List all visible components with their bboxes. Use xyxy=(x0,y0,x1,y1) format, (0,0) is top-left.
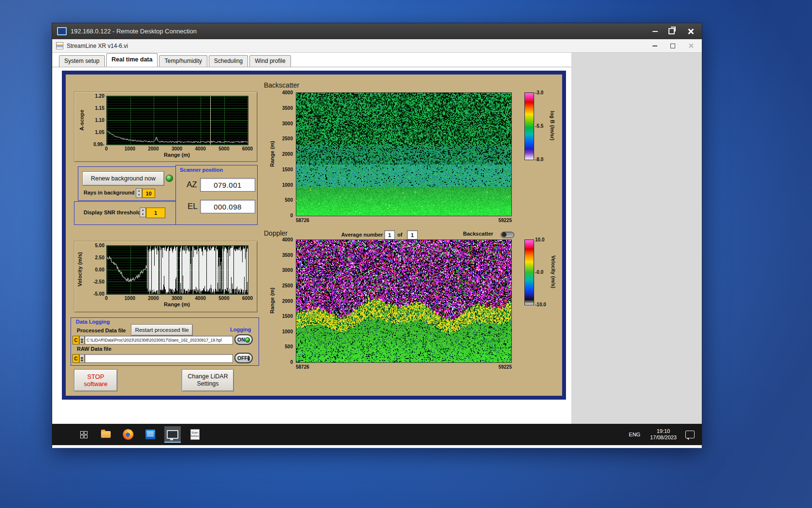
rdp-window-title: 192.168.0.122 - Remote Desktop Connectio… xyxy=(71,28,643,35)
of-label: of xyxy=(397,232,402,238)
tab-real-time-data[interactable]: Real time data xyxy=(106,53,158,67)
backscatter-colorbar xyxy=(524,92,534,160)
restart-processed-file-button[interactable]: Restart processed file xyxy=(131,324,193,336)
restore-icon xyxy=(668,28,675,34)
ascope-x-ticks: 0100020003000400050006000 xyxy=(106,146,247,152)
az-label: AZ xyxy=(187,180,197,190)
el-label: EL xyxy=(188,202,198,211)
rdp-horizontal-scrollbar[interactable] xyxy=(52,445,702,448)
firefox-icon xyxy=(123,429,133,440)
backscatter-colorbar-label: log B (/m/sr) xyxy=(549,92,556,159)
snr-value-field[interactable]: 1 xyxy=(146,208,165,218)
scan-shortcut-button[interactable]: Scan Sches xyxy=(187,426,203,443)
velocity-y-axis-label: Velocity (m/s) xyxy=(76,245,83,294)
notification-icon xyxy=(685,431,695,438)
doppler-colorbar-ticks: 10.0-0.0-10.0 xyxy=(535,239,551,304)
minimize-icon xyxy=(652,31,658,32)
active-app-button[interactable] xyxy=(164,426,181,443)
scan-shortcut-icon: Scan Sches xyxy=(190,429,200,440)
logging-label: Logging xyxy=(230,327,251,332)
doppler-y-axis-label: Range (m) xyxy=(269,239,276,362)
tab-system-setup[interactable]: System setup xyxy=(59,55,105,67)
ascope-y-ticks: 1.201.151.101.050.99- xyxy=(88,96,104,144)
velocity-y-ticks: 5.002.500.00-2.50-5.00 xyxy=(87,245,104,294)
doppler-colorbar-label: Velocity (m/s) xyxy=(550,239,557,304)
doppler-title: Doppler xyxy=(264,229,288,237)
minimize-icon xyxy=(652,45,657,46)
clock[interactable]: 19:10 17/08/2023 xyxy=(650,428,677,441)
restore-icon xyxy=(670,44,675,48)
raw-drive-selector[interactable]: C xyxy=(72,354,79,363)
az-value-display: 079.001 xyxy=(200,178,255,192)
tab-strip: System setup Real time data Temp/humidit… xyxy=(59,54,292,67)
raw-logging-off-button[interactable]: OFF xyxy=(234,353,253,363)
doppler-heatmap xyxy=(296,239,512,363)
background-controls-box: Renew background now Rays in background … xyxy=(78,166,176,201)
app-titlebar[interactable]: StreamLine XR v14-6.vi xyxy=(52,39,702,53)
ascope-group: A-scope 1.201.151.101.050.99- 0100020003… xyxy=(74,91,258,162)
processed-drive-selector[interactable]: C xyxy=(72,336,79,344)
snr-spinner[interactable]: ▲▼ xyxy=(140,208,146,217)
data-logging-title: Data Logging xyxy=(76,319,110,325)
backscatter-colorbar-ticks: -3.0-5.5-8.0 xyxy=(535,92,550,159)
firefox-button[interactable] xyxy=(120,426,136,443)
backscatter-y-axis-label: Range (m) xyxy=(269,92,276,215)
blue-app-button[interactable] xyxy=(142,426,159,443)
action-center-button[interactable] xyxy=(683,426,696,443)
stop-software-button[interactable]: STOP software xyxy=(74,369,117,391)
file-explorer-button[interactable] xyxy=(98,426,114,443)
taskbar: Scan Sches ENG 19:10 17/08/2023 xyxy=(52,424,702,445)
average-total-field[interactable]: 1 xyxy=(407,230,418,239)
ascope-plot xyxy=(106,96,248,145)
processed-browse-icon[interactable] xyxy=(79,336,85,344)
ascope-x-axis-label: Range (m) xyxy=(106,152,247,158)
rdp-titlebar[interactable]: 192.168.0.122 - Remote Desktop Connectio… xyxy=(52,23,702,39)
snr-threshold-label: Display SNR threshold xyxy=(84,209,141,215)
tab-wind-profile[interactable]: Wind profile xyxy=(249,55,290,67)
desktop-background: 192.168.0.122 - Remote Desktop Connectio… xyxy=(0,0,812,508)
tab-control-border xyxy=(52,67,571,67)
monitor-icon xyxy=(167,430,178,439)
velocity-x-axis-label: Range (m) xyxy=(106,301,247,307)
doppler-colorbar xyxy=(524,239,534,305)
change-lidar-settings-button[interactable]: Change LiDAR Settings xyxy=(182,369,234,391)
scanner-position-title: Scanner position xyxy=(180,167,223,173)
rdp-close-button[interactable] xyxy=(682,25,699,38)
rdp-minimize-button[interactable] xyxy=(647,25,663,38)
start-button[interactable] xyxy=(75,426,92,443)
raw-browse-icon[interactable] xyxy=(79,354,85,363)
rays-spinner[interactable]: ▲▼ xyxy=(136,188,142,198)
rdp-app-icon xyxy=(57,27,67,35)
close-icon xyxy=(687,28,694,35)
processed-logging-on-button[interactable]: ON xyxy=(234,334,253,345)
app-close-button[interactable] xyxy=(683,41,698,51)
off-led xyxy=(247,356,250,361)
blue-document-icon xyxy=(145,430,155,439)
start-icon xyxy=(80,431,87,438)
velocity-plot xyxy=(106,245,248,295)
app-minimize-button[interactable] xyxy=(648,41,662,51)
tab-scheduling[interactable]: Scheduling xyxy=(209,55,248,67)
vi-icon xyxy=(56,42,63,49)
el-value-display: 000.098 xyxy=(200,200,255,213)
velocity-x-ticks: 0100020003000400050006000 xyxy=(106,296,247,301)
backscatter-doppler-toggle[interactable] xyxy=(501,232,514,238)
backscatter-x-ticks: 58726 59225 xyxy=(296,218,512,223)
rays-value-field[interactable]: 10 xyxy=(142,189,155,198)
on-led xyxy=(245,337,250,343)
average-number-field[interactable]: 1 xyxy=(384,230,395,239)
processed-path-field[interactable]: C:\LiDAR\Data\Proc\2023\202308\20230817\… xyxy=(85,336,233,344)
velocity-group: Velocity (m/s) 5.002.500.00-2.50-5.00 01… xyxy=(74,241,258,313)
raw-path-field[interactable] xyxy=(85,354,233,363)
front-panel: A-scope 1.201.151.101.050.99- 0100020003… xyxy=(62,71,566,400)
average-number-label: Average number xyxy=(341,232,383,238)
rdp-restore-button[interactable] xyxy=(663,25,680,38)
app-window-title: StreamLine XR v14-6.vi xyxy=(67,43,644,49)
language-indicator[interactable]: ENG xyxy=(626,430,643,439)
backscatter-y-ticks: 40003500300025002000150010005000 xyxy=(276,92,293,215)
app-restore-button[interactable] xyxy=(666,41,680,51)
renew-background-button[interactable]: Renew background now xyxy=(82,171,164,186)
tab-temp-humidity[interactable]: Temp/humidity xyxy=(159,55,207,67)
scanner-position-box: Scanner position AZ 079.001 EL 000.098 xyxy=(175,165,258,225)
rdp-window: 192.168.0.122 - Remote Desktop Connectio… xyxy=(52,23,702,448)
